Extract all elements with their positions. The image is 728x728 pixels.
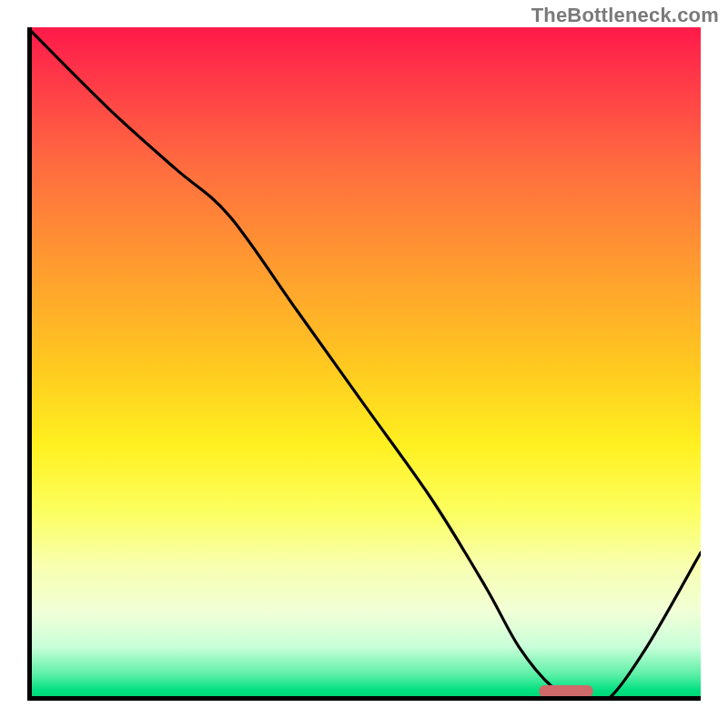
plot-area	[27, 27, 701, 701]
optimal-marker	[539, 685, 592, 697]
watermark-label: TheBottleneck.com	[531, 4, 719, 27]
marker-layer	[27, 27, 701, 701]
chart-container: TheBottleneck.com	[0, 0, 728, 728]
